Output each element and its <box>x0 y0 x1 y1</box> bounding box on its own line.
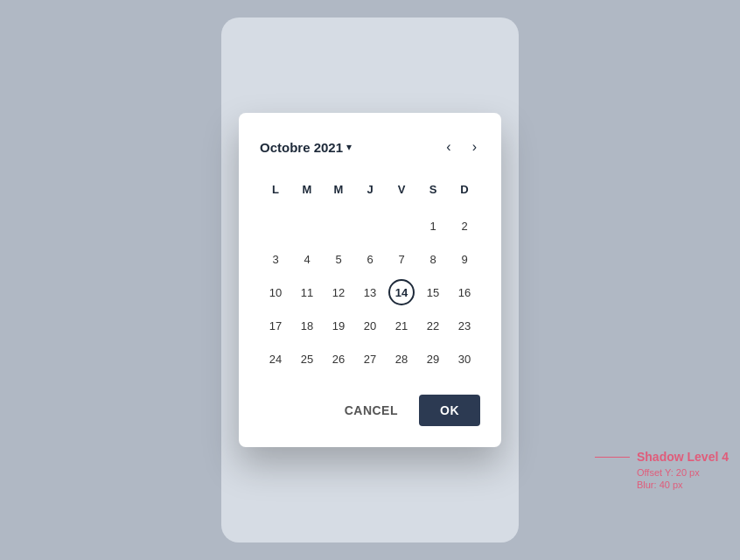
day-20[interactable]: 20 <box>354 311 386 340</box>
day-25[interactable]: 25 <box>291 344 323 374</box>
ok-button[interactable]: OK <box>419 395 480 426</box>
day-6[interactable]: 6 <box>354 244 386 274</box>
empty-cell <box>386 211 417 241</box>
annotation-dash <box>595 457 630 458</box>
day-header-L: L <box>260 174 291 204</box>
empty-cell <box>354 211 386 241</box>
day-header-V: V <box>386 174 417 204</box>
shadow-annotation: Shadow Level 4 Offset Y: 20 px Blur: 40 … <box>595 450 729 490</box>
day-1[interactable]: 1 <box>417 211 449 241</box>
day-29[interactable]: 29 <box>417 344 449 374</box>
week-row-4: 17 18 19 20 21 22 23 <box>260 311 480 340</box>
days-header-row: L M M J V S D <box>260 174 480 207</box>
day-8[interactable]: 8 <box>417 244 449 274</box>
month-title: Octobre 2021 <box>260 140 343 155</box>
day-18[interactable]: 18 <box>291 311 323 340</box>
month-selector[interactable]: Octobre 2021 ▾ <box>260 140 352 155</box>
day-22[interactable]: 22 <box>417 311 449 340</box>
day-28[interactable]: 28 <box>386 344 417 374</box>
next-month-button[interactable]: › <box>469 137 480 157</box>
day-header-D: D <box>449 174 480 204</box>
annotation-title: Shadow Level 4 <box>637 450 729 464</box>
dialog-header: Octobre 2021 ▾ ‹ › <box>260 137 480 157</box>
day-header-M2: M <box>323 174 354 204</box>
dropdown-icon: ▾ <box>346 141 352 153</box>
week-row-3: 10 11 12 13 14 15 16 <box>260 277 480 307</box>
day-7[interactable]: 7 <box>386 244 417 274</box>
day-19[interactable]: 19 <box>323 311 354 340</box>
day-13[interactable]: 13 <box>354 277 386 307</box>
empty-cell <box>260 211 291 241</box>
cancel-button[interactable]: CANCEL <box>331 395 412 426</box>
day-3[interactable]: 3 <box>260 244 291 274</box>
annotation-line: Shadow Level 4 <box>595 450 729 464</box>
annotation-detail1: Offset Y: 20 px <box>637 467 729 478</box>
day-17[interactable]: 17 <box>260 311 291 340</box>
day-30[interactable]: 30 <box>449 344 480 374</box>
day-12[interactable]: 12 <box>323 277 354 307</box>
day-26[interactable]: 26 <box>323 344 354 374</box>
dialog: Octobre 2021 ▾ ‹ › L M M J V S D <box>239 113 501 447</box>
phone-frame: Octobre 2021 ▾ ‹ › L M M J V S D <box>221 18 519 542</box>
annotation-detail2: Blur: 40 px <box>637 480 729 490</box>
day-27[interactable]: 27 <box>354 344 386 374</box>
empty-cell <box>323 211 354 241</box>
day-header-S: S <box>417 174 449 204</box>
day-9[interactable]: 9 <box>449 244 480 274</box>
day-21[interactable]: 21 <box>386 311 417 340</box>
day-11[interactable]: 11 <box>291 277 323 307</box>
day-23[interactable]: 23 <box>449 311 480 340</box>
day-4[interactable]: 4 <box>291 244 323 274</box>
day-10[interactable]: 10 <box>260 277 291 307</box>
day-2[interactable]: 2 <box>449 211 480 241</box>
dialog-footer: CANCEL OK <box>260 395 480 426</box>
nav-arrows: ‹ › <box>443 137 480 157</box>
day-16[interactable]: 16 <box>449 277 480 307</box>
day-header-J: J <box>354 174 386 204</box>
day-14-selected[interactable]: 14 <box>386 277 417 307</box>
day-15[interactable]: 15 <box>417 277 449 307</box>
empty-cell <box>291 211 323 241</box>
prev-month-button[interactable]: ‹ <box>443 137 454 157</box>
annotation-details: Offset Y: 20 px Blur: 40 px <box>595 467 729 490</box>
week-row-5: 24 25 26 27 28 29 30 <box>260 344 480 374</box>
calendar-grid: L M M J V S D 1 2 3 4 5 <box>260 174 480 374</box>
day-24[interactable]: 24 <box>260 344 291 374</box>
day-5[interactable]: 5 <box>323 244 354 274</box>
week-row-1b: 3 4 5 6 7 8 9 <box>260 244 480 274</box>
day-header-M1: M <box>291 174 323 204</box>
week-row-1: 1 2 <box>260 211 480 241</box>
